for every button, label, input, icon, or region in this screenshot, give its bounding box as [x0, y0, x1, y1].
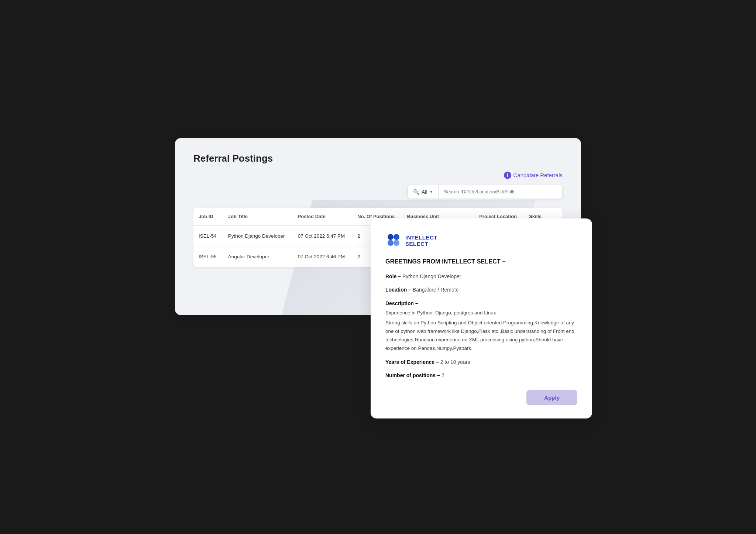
company-name-bottom: SELECT: [405, 241, 437, 247]
search-bar: 🔍 All ▼: [193, 185, 563, 199]
cell-job-title: Angular Developer: [223, 246, 293, 267]
search-container: 🔍 All ▼: [408, 185, 563, 199]
apply-button-wrap: Apply: [385, 390, 577, 405]
company-logo: INTELLECT SELECT: [385, 232, 577, 249]
experience-label: Years of Experience –: [385, 359, 439, 365]
description-row: Description – Experience in Python, Djan…: [385, 299, 577, 353]
page-title: Referral Postings: [193, 153, 563, 164]
svg-point-1: [394, 234, 399, 240]
search-icon: 🔍: [413, 189, 419, 195]
search-dropdown-value: All: [422, 189, 427, 195]
info-icon: i: [504, 172, 511, 179]
positions-value: 2: [441, 372, 444, 378]
cell-posted-date: 07 Oct 2022 6:46 PM: [293, 246, 353, 267]
apply-button[interactable]: Apply: [526, 390, 577, 405]
col-posted-date: Posted Date: [293, 208, 353, 225]
company-name: INTELLECT SELECT: [405, 234, 437, 247]
experience-value: 2 to 10 years: [440, 359, 470, 365]
role-row: Role – Python Django Developer: [385, 272, 577, 280]
role-value: Python Django Developer: [402, 273, 461, 279]
cell-job-id: ISEL-54: [193, 225, 223, 247]
candidate-referrals-label: Candidate Referrals: [513, 172, 563, 178]
cell-job-id: ISEL-55: [193, 246, 223, 267]
candidate-referrals-link[interactable]: i Candidate Referrals: [504, 172, 563, 179]
location-row: Location – Bangalore / Remote: [385, 286, 577, 294]
top-bar: i Candidate Referrals: [193, 172, 563, 179]
experience-row: Years of Experience – 2 to 10 years: [385, 358, 577, 366]
cell-job-title: Python Django Developer: [223, 225, 293, 247]
greeting-title: GREETINGS FROM INTELLECT SELECT –: [385, 258, 577, 265]
chevron-down-icon: ▼: [430, 190, 433, 194]
col-job-title: Job Title: [223, 208, 293, 225]
svg-point-0: [388, 234, 394, 240]
search-input[interactable]: [439, 185, 562, 198]
positions-row: Number of positions – 2: [385, 371, 577, 379]
location-label: Location –: [385, 287, 411, 293]
cell-posted-date: 07 Oct 2022 6:47 PM: [293, 225, 353, 247]
search-dropdown[interactable]: 🔍 All ▼: [408, 185, 439, 199]
description-line2: Strong skills on Python Scripting and Ob…: [385, 319, 577, 353]
description-line1: Experience in Python, Django, postgres a…: [385, 309, 577, 317]
col-job-id: Job ID: [193, 208, 223, 225]
description-label: Description –: [385, 299, 577, 307]
role-label: Role –: [385, 273, 401, 279]
company-name-top: INTELLECT: [405, 234, 437, 241]
job-detail-card: INTELLECT SELECT GREETINGS FROM INTELLEC…: [371, 218, 592, 418]
location-value: Bangalore / Remote: [413, 287, 459, 293]
svg-point-2: [388, 240, 394, 246]
company-logo-icon: [385, 232, 402, 249]
positions-label: Number of positions –: [385, 372, 440, 378]
svg-point-3: [394, 240, 399, 246]
